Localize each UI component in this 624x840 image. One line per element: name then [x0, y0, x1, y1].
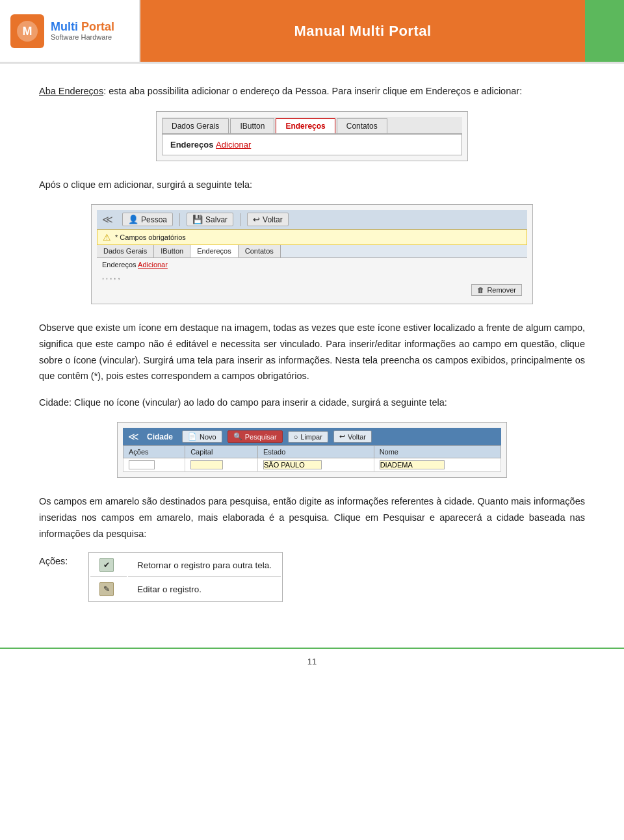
limpar-button[interactable]: ○ Limpar: [288, 431, 328, 443]
novo-label: Novo: [200, 433, 216, 441]
pessoa-icon: 👤: [128, 215, 138, 224]
enderecos-label: Endereços: [170, 140, 216, 150]
action-icon-cell-2: ✎: [90, 578, 127, 600]
screenshot-city: ≪ Cidade 📄 Novo 🔍 Pesquisar ○ Limpar ↩ V…: [117, 422, 507, 478]
toolbar-salvar-label: Salvar: [205, 215, 228, 224]
city-label: Cidade: [147, 432, 173, 441]
logo-area: M Multi Portal Software Hardware: [0, 0, 140, 62]
tab-dados-gerais[interactable]: Dados Gerais: [162, 118, 229, 133]
col-capital: Capital: [185, 446, 258, 458]
main-content: Aba Endereços: esta aba possibilita adic…: [0, 64, 624, 641]
header-accent: [585, 0, 624, 62]
action-row-2: ✎ Editar o registro.: [90, 578, 281, 600]
screenshot-full: ≪ 👤 Pessoa 💾 Salvar ↩ Voltar ⚠ * Campos …: [91, 204, 533, 304]
novo-button[interactable]: 📄 Novo: [182, 430, 222, 443]
nome-search-input[interactable]: [380, 460, 445, 469]
inner-tab-enderecos[interactable]: Endereços: [190, 245, 239, 257]
salvar-icon: 💾: [192, 215, 203, 224]
toolbar: ≪ 👤 Pessoa 💾 Salvar ↩ Voltar: [97, 210, 527, 230]
action-icon-cell-1: ✔: [90, 554, 127, 577]
page-number: 11: [307, 657, 317, 666]
warning-bar: ⚠ * Campos obrigatórios: [97, 230, 527, 245]
action-row-1: ✔ Retornar o registro para outra tela.: [90, 554, 281, 577]
brand-sub: Software Hardware: [51, 33, 114, 41]
city-toolbar: ≪ Cidade 📄 Novo 🔍 Pesquisar ○ Limpar ↩ V…: [123, 428, 501, 445]
remover-label: Remover: [487, 286, 516, 294]
voltar-icon: ↩: [253, 215, 260, 224]
page-title: Manual Multi Portal: [294, 23, 431, 40]
tab-contatos[interactable]: Contatos: [337, 118, 387, 133]
para-2: Após o clique em adicionar, surgirá a se…: [39, 177, 585, 193]
inner-tab-bar: Dados Gerais IButton Endereços Contatos: [97, 245, 527, 258]
footer: 11: [0, 648, 624, 670]
para-5: Os campos em amarelo são destinados para…: [39, 493, 585, 542]
col-nome: Nome: [374, 446, 500, 458]
cell-capital-input: [185, 458, 258, 472]
voltar-city-button[interactable]: ↩ Voltar: [333, 430, 372, 443]
toolbar-sep-1: [179, 213, 180, 226]
remover-button[interactable]: 🗑 Remover: [471, 284, 522, 296]
inner-tab-ibutton[interactable]: IButton: [154, 245, 190, 257]
tab-bar: Dados Gerais IButton Endereços Contatos: [162, 117, 462, 134]
pesquisar-label: Pesquisar: [245, 433, 277, 441]
pesquisar-icon: 🔍: [233, 432, 242, 441]
screenshot-tabs: Dados Gerais IButton Endereços Contatos …: [156, 111, 468, 161]
enderecos-row-label: Endereços Adicionar: [102, 261, 168, 269]
actions-table: ✔ Retornar o registro para outra tela. ✎…: [88, 552, 283, 602]
enderecos-remover-row: 🗑 Remover: [97, 282, 527, 298]
inner-tab-dados[interactable]: Dados Gerais: [97, 245, 154, 257]
action-text-2: Editar o registro.: [128, 578, 281, 600]
warning-icon: ⚠: [103, 232, 111, 243]
para-3: Observe que existe um ícone em destaque …: [39, 320, 585, 384]
brand-name: Multi Portal: [51, 21, 114, 34]
novo-icon: 📄: [188, 432, 197, 441]
limpar-icon: ○: [294, 433, 298, 441]
toolbar-voltar-label: Voltar: [263, 215, 283, 224]
remover-icon: 🗑: [477, 286, 484, 294]
breadcrumb-arrow: ≪: [102, 213, 113, 226]
cell-acoes-input: [124, 458, 185, 472]
adicionar-link[interactable]: Adicionar: [216, 140, 251, 150]
voltar-city-icon: ↩: [339, 432, 345, 441]
cell-nome-input: [374, 458, 500, 472]
toolbar-sep-2: [240, 213, 240, 226]
actions-section: Ações: ✔ Retornar o registro para outra …: [39, 552, 585, 602]
endereco-panel: Endereços Adicionar: [162, 134, 462, 155]
header: M Multi Portal Software Hardware Manual …: [0, 0, 624, 64]
city-table: Ações Capital Estado Nome: [123, 445, 501, 472]
enderecos-adicionar-link[interactable]: Adicionar: [138, 261, 168, 269]
enderecos-row: Endereços Adicionar: [97, 258, 527, 271]
limpar-label: Limpar: [300, 433, 322, 441]
col-estado: Estado: [258, 446, 374, 458]
tab-ibutton[interactable]: IButton: [230, 118, 274, 133]
table-row: [124, 458, 501, 472]
toolbar-pessoa-btn[interactable]: 👤 Pessoa: [122, 213, 173, 226]
header-title-bar: Manual Multi Portal: [140, 0, 585, 62]
toolbar-salvar-btn[interactable]: 💾 Salvar: [187, 213, 233, 226]
toolbar-voltar-btn[interactable]: ↩ Voltar: [247, 213, 289, 226]
para-1: Aba Endereços: esta aba possibilita adic…: [39, 83, 585, 99]
return-icon: ✔: [99, 558, 114, 572]
cell-estado-input: [258, 458, 374, 472]
warning-text: * Campos obrigatórios: [115, 233, 186, 241]
acoes-search-input[interactable]: [129, 460, 155, 469]
logo-text: Multi Portal Software Hardware: [51, 21, 114, 42]
acoes-label: Ações:: [39, 552, 78, 566]
tab-enderecos[interactable]: Endereços: [276, 118, 335, 133]
toolbar-pessoa-label: Pessoa: [141, 215, 167, 224]
col-acoes: Ações: [124, 446, 185, 458]
capital-search-input[interactable]: [190, 460, 223, 469]
action-text-1: Retornar o registro para outra tela.: [128, 554, 281, 577]
pesquisar-button[interactable]: 🔍 Pesquisar: [228, 430, 283, 443]
logo-icon: M: [10, 14, 44, 48]
edit-icon: ✎: [99, 582, 114, 596]
dots-row: , , , , ,: [97, 271, 527, 282]
city-breadcrumb: ≪: [128, 430, 139, 443]
estado-search-input[interactable]: [263, 460, 322, 469]
inner-tab-contatos[interactable]: Contatos: [239, 245, 281, 257]
para-4: Cidade: Clique no ícone (vincular) ao la…: [39, 395, 585, 411]
svg-text:M: M: [23, 25, 32, 38]
voltar-city-label: Voltar: [348, 433, 366, 441]
